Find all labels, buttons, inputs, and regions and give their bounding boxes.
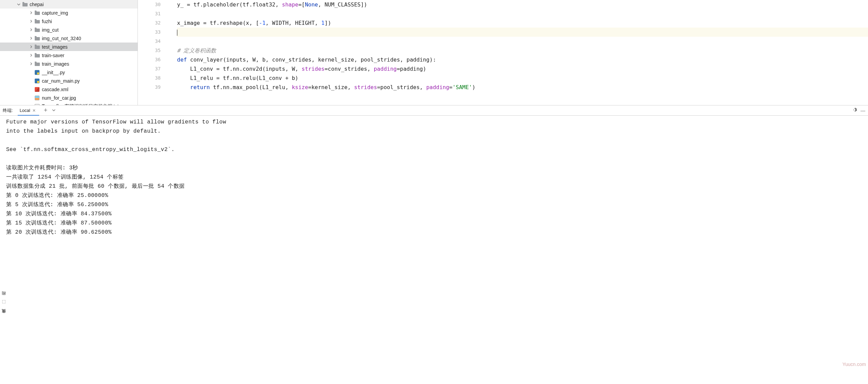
line-number[interactable]: 34 — [138, 37, 167, 46]
folder-icon — [34, 27, 40, 33]
tree-item-label: num_for_car.jpg — [42, 95, 76, 101]
add-terminal-icon[interactable]: + — [44, 107, 48, 114]
code-line-38[interactable]: L1_relu = tf.nn.relu(L1_conv + b) — [177, 73, 868, 83]
jpg-file-icon — [34, 95, 40, 101]
folder-icon — [34, 53, 40, 58]
tree-label: chepai — [30, 2, 44, 7]
gear-icon[interactable] — [852, 107, 857, 114]
tree-item-train-saver[interactable]: train-saver — [0, 51, 138, 60]
tree-item-label: capture_img — [42, 10, 68, 16]
folder-icon — [22, 2, 28, 7]
terminal-line — [6, 154, 862, 164]
folder-icon — [34, 61, 40, 67]
project-tree-sidebar[interactable]: chepai capture_imgfuzhiimg_cutimg_cut_no… — [0, 0, 138, 105]
terminal-line: 第 20 次训练迭代: 准确率 90.62500% — [6, 228, 862, 237]
line-number[interactable]: 32 — [138, 18, 167, 28]
folder-icon — [34, 44, 40, 50]
tree-item-label: img_cut — [42, 27, 59, 33]
close-icon[interactable]: ✕ — [32, 108, 36, 113]
star-icon[interactable]: ★ — [2, 308, 6, 314]
tree-item-img-cut[interactable]: img_cut — [0, 26, 138, 34]
editor-gutter[interactable]: 30313233343536373839 — [138, 0, 167, 105]
terminal-line — [6, 136, 862, 145]
terminal-line: 第 5 次训练迭代: 准确率 56.25000% — [6, 200, 862, 210]
terminal-title: 终端: — [3, 107, 13, 114]
tree-item-fuzhi[interactable]: fuzhi — [0, 17, 138, 26]
line-number[interactable]: 33 — [138, 28, 167, 37]
tree-item-label: train_images — [42, 61, 69, 67]
tree-item-label: train-saver — [42, 53, 64, 58]
tree-item--init-py[interactable]: __init__.py — [0, 68, 138, 77]
tree-item-car-num-main-py[interactable]: car_num_main.py — [0, 77, 138, 85]
terminal-tab-label: Local — [20, 108, 30, 113]
code-line-34[interactable] — [177, 37, 868, 46]
folder-icon — [34, 10, 40, 16]
terminal-tab-local[interactable]: Local ✕ — [18, 106, 39, 116]
chevron-right-icon[interactable] — [29, 36, 33, 41]
terminal-line: Future major versions of TensorFlow will… — [6, 118, 862, 127]
line-number[interactable]: 37 — [138, 64, 167, 73]
code-line-37[interactable]: L1_conv = tf.nn.conv2d(inputs, W, stride… — [177, 64, 868, 73]
terminal-line: See `tf.nn.softmax_cross_entropy_with_lo… — [6, 145, 862, 154]
vert-tab-favorites[interactable]: 收藏夹 — [0, 314, 7, 319]
txt-file-icon — [34, 104, 40, 105]
line-number[interactable]: 30 — [138, 0, 167, 9]
tree-item-img-cut-not-3240[interactable]: img_cut_not_3240 — [0, 34, 138, 43]
code-line-32[interactable]: x_image = tf.reshape(x, [-1, WIDTH, HEIG… — [177, 18, 868, 28]
line-number[interactable]: 36 — [138, 55, 167, 64]
hide-panel-icon[interactable]: — — [861, 108, 865, 113]
chevron-down-icon[interactable] — [52, 108, 55, 113]
tree-item-label: Tensorflow车牌识别项目实战文档.txt — [42, 103, 119, 105]
terminal-tabs-bar: 终端: Local ✕ + — — [0, 105, 868, 116]
line-number[interactable]: 38 — [138, 73, 167, 83]
tree-item-tensorflow-txt[interactable]: Tensorflow车牌识别项目实战文档.txt — [0, 102, 138, 105]
tree-item-label: fuzhi — [42, 19, 52, 24]
code-line-30[interactable]: y_ = tf.placeholder(tf.float32, shape=[N… — [177, 0, 868, 9]
terminal-line: 读取图片文件耗费时间: 3秒 — [6, 164, 862, 173]
terminal-panel: 终端: Local ✕ + — Future major versions of… — [0, 105, 868, 384]
tree-item-label: cascade.xml — [42, 87, 68, 92]
folder-icon — [34, 36, 40, 41]
tree-item-capture-img[interactable]: capture_img — [0, 9, 138, 17]
terminal-line: into the labels input on backprop by def… — [6, 127, 862, 136]
py-file-icon — [34, 70, 40, 75]
code-line-39[interactable]: return tf.nn.max_pool(L1_relu, ksize=ker… — [177, 83, 868, 92]
terminal-line: 训练数据集分成 21 批, 前面每批 60 个数据, 最后一批 54 个数据 — [6, 182, 862, 191]
watermark-text: Yuucn.com — [842, 362, 866, 367]
chevron-right-icon[interactable] — [29, 11, 33, 15]
code-line-36[interactable]: def conv_layer(inputs, W, b, conv_stride… — [177, 55, 868, 64]
left-toolwindow-tabs: ⬚ 结构 ★ 收藏夹 — [0, 296, 7, 319]
chevron-right-icon[interactable] — [29, 28, 33, 32]
tree-item-cascade-xml[interactable]: cascade.xml — [0, 85, 138, 94]
tree-item-label: test_images — [42, 44, 67, 50]
tree-folder-chepai[interactable]: chepai — [0, 0, 138, 9]
tree-item-label: img_cut_not_3240 — [42, 36, 81, 41]
terminal-line: 第 10 次训练迭代: 准确率 84.37500% — [6, 210, 862, 219]
terminal-line: 第 0 次训练迭代: 准确率 25.00000% — [6, 191, 862, 200]
tree-item-label: car_num_main.py — [42, 78, 80, 84]
line-number[interactable]: 35 — [138, 46, 167, 55]
chevron-right-icon[interactable] — [29, 45, 33, 49]
tree-item-num-for-car-jpg[interactable]: num_for_car.jpg — [0, 94, 138, 102]
code-line-33[interactable] — [177, 28, 868, 37]
tree-item-test-images[interactable]: test_images — [0, 43, 138, 51]
folder-icon — [34, 19, 40, 24]
chevron-right-icon[interactable] — [29, 53, 33, 58]
editor-content[interactable]: y_ = tf.placeholder(tf.float32, shape=[N… — [167, 0, 868, 105]
line-number[interactable]: 39 — [138, 83, 167, 92]
chevron-right-icon[interactable] — [29, 19, 33, 24]
py-file-icon — [34, 78, 40, 84]
chevron-right-icon[interactable] — [29, 62, 33, 66]
line-number[interactable]: 31 — [138, 9, 167, 18]
chevron-down-icon[interactable] — [16, 2, 21, 7]
tree-item-train-images[interactable]: train_images — [0, 60, 138, 68]
terminal-line: 第 15 次训练迭代: 准确率 87.50000% — [6, 219, 862, 228]
xml-file-icon — [34, 87, 40, 92]
tree-item-label: __init__.py — [42, 70, 65, 75]
code-editor[interactable]: 30313233343536373839 y_ = tf.placeholder… — [138, 0, 868, 105]
terminal-output[interactable]: Future major versions of TensorFlow will… — [0, 116, 868, 384]
code-line-35[interactable]: # 定义卷积函数 — [177, 46, 868, 55]
code-line-31[interactable] — [177, 9, 868, 18]
vert-tab-structure[interactable]: ⬚ 结构 — [0, 296, 7, 307]
terminal-line: 一共读取了 1254 个训练图像, 1254 个标签 — [6, 173, 862, 182]
